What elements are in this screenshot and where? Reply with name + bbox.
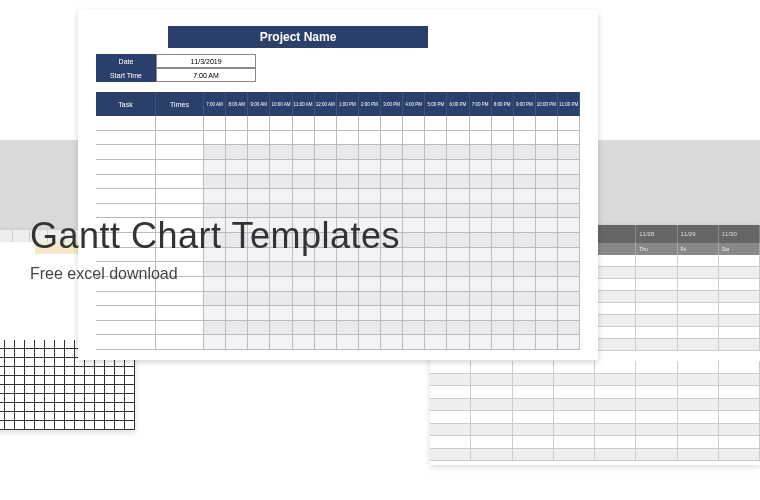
col-time-slot: 1:00 PM — [337, 92, 359, 116]
gantt-row — [96, 116, 580, 131]
calendar-header-cell: 11/29 — [678, 225, 719, 243]
table-row — [430, 386, 760, 399]
col-task: Task — [96, 92, 156, 116]
col-time-slot: 3:00 PM — [381, 92, 403, 116]
value-date: 11/3/2019 — [156, 54, 256, 68]
col-time-slot: 2:00 PM — [359, 92, 381, 116]
table-row — [430, 411, 760, 424]
label-date: Date — [96, 54, 156, 68]
col-time-slot: 9:00 AM — [248, 92, 270, 116]
table-row — [430, 449, 760, 462]
template-preview-main: Project Name Date 11/3/2019 Start Time 7… — [78, 10, 598, 360]
table-row — [430, 399, 760, 412]
gantt-row — [96, 145, 580, 160]
col-time-slot: 11:00 PM — [558, 92, 580, 116]
calendar-header-cell: 11/28 — [636, 225, 677, 243]
col-time-slot: 5:00 PM — [425, 92, 447, 116]
table-row — [430, 361, 760, 374]
col-time-slot: 8:00 PM — [492, 92, 514, 116]
gantt-row — [96, 335, 580, 350]
calendar-header-cell — [595, 225, 636, 243]
gantt-row — [96, 321, 580, 336]
hero-title: Gantt Chart Templates — [30, 215, 400, 257]
col-time-slot: 6:00 PM — [447, 92, 469, 116]
gantt-row — [96, 160, 580, 175]
gantt-row — [96, 189, 580, 204]
calendar-header-cell: 11/30 — [719, 225, 760, 243]
value-start-time: 7:00 AM — [156, 68, 256, 82]
hero-overlay: Gantt Chart Templates Free excel downloa… — [30, 215, 400, 283]
col-time-slot: 10:00 PM — [536, 92, 558, 116]
table-row — [430, 424, 760, 437]
calendar-sub-cell — [595, 243, 636, 255]
table-row — [430, 374, 760, 387]
col-time-slot: 12:00 AM — [315, 92, 337, 116]
col-time-slot: 8:00 AM — [226, 92, 248, 116]
gantt-row — [96, 306, 580, 321]
table-row — [430, 436, 760, 449]
col-time-slot: 9:00 PM — [514, 92, 536, 116]
col-times: Times — [156, 92, 204, 116]
project-title-bar: Project Name — [168, 26, 428, 48]
calendar-sub-cell: Sat — [719, 243, 760, 255]
gantt-header-row: Task Times 7:00 AM8:00 AM9:00 AM10:00 AM… — [96, 92, 580, 116]
calendar-sub-cell: Thu — [636, 243, 677, 255]
col-time-slot: 4:00 PM — [403, 92, 425, 116]
gantt-row — [96, 131, 580, 146]
hero-subtitle: Free excel download — [30, 265, 400, 283]
gantt-row — [96, 292, 580, 307]
label-start-time: Start Time — [96, 68, 156, 82]
col-time-slot: 11:00 AM — [293, 92, 315, 116]
col-time-slot: 7:00 PM — [470, 92, 492, 116]
gantt-row — [96, 175, 580, 190]
col-time-slot: 10:00 AM — [270, 92, 292, 116]
col-time-slot: 7:00 AM — [204, 92, 226, 116]
calendar-sub-cell: Fri — [678, 243, 719, 255]
